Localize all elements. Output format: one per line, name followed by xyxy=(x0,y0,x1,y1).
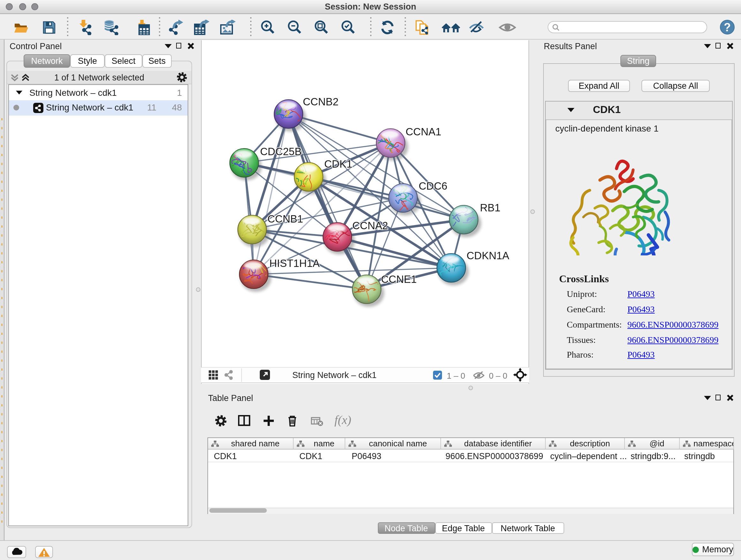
svg-text:CDC25B: CDC25B xyxy=(260,145,301,157)
svg-text:RB1: RB1 xyxy=(480,201,500,213)
svg-text:CCNA1: CCNA1 xyxy=(406,125,441,137)
svg-text:CDKN1A: CDKN1A xyxy=(467,249,509,261)
svg-text:CCNE1: CCNE1 xyxy=(381,273,417,285)
svg-text:CDC6: CDC6 xyxy=(419,180,448,192)
svg-text:CCNA2: CCNA2 xyxy=(352,219,388,231)
svg-text:CDK1: CDK1 xyxy=(324,158,352,170)
svg-text:CCNB1: CCNB1 xyxy=(267,212,303,225)
svg-text:CCNB2: CCNB2 xyxy=(303,96,339,107)
svg-text:HIST1H1A: HIST1H1A xyxy=(269,257,320,269)
